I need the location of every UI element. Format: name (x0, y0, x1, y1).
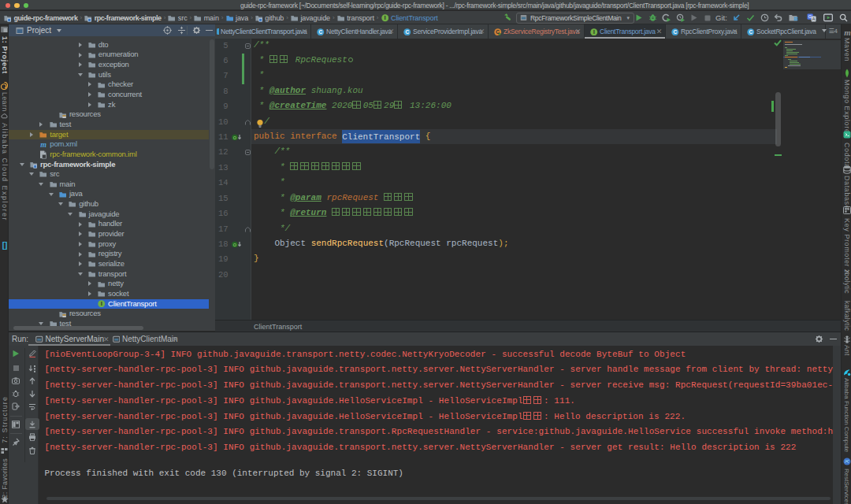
svg-text:C: C (406, 29, 410, 35)
svg-text:C: C (674, 29, 678, 35)
svg-text:O: O (233, 135, 237, 140)
svg-text:G: G (808, 14, 812, 19)
svg-text:O: O (233, 243, 237, 247)
svg-text:A: A (812, 17, 816, 21)
svg-text:I: I (384, 15, 385, 20)
svg-text:C: C (749, 29, 753, 35)
svg-text:m: m (844, 28, 851, 37)
svg-text:C: C (319, 29, 323, 35)
svg-text:[]: [] (2, 241, 7, 250)
svg-text:m: m (41, 140, 47, 148)
